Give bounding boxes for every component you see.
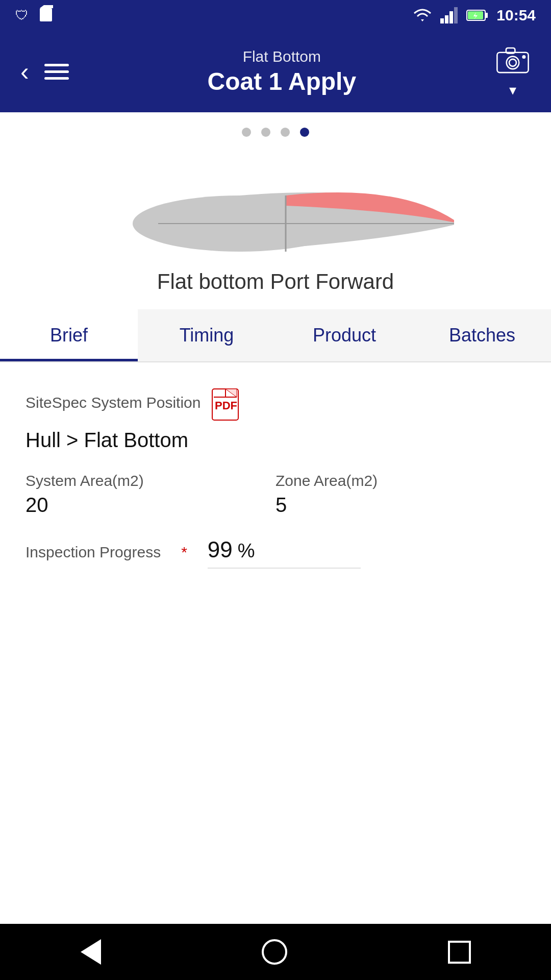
nav-home-button[interactable] [262, 939, 287, 965]
system-area-field: System Area(m2) 20 [26, 472, 276, 517]
header: ‹ Flat Bottom Coat 1 Apply ▾ [0, 31, 551, 112]
inspection-unit: % [238, 540, 255, 562]
svg-point-14 [522, 55, 525, 58]
wifi-icon [412, 7, 433, 23]
dot-3 [281, 128, 290, 137]
nav-back-button[interactable] [81, 939, 101, 965]
required-indicator: * [181, 544, 187, 561]
dot-1 [242, 128, 251, 137]
sitespec-value: Hull > Flat Bottom [26, 429, 525, 452]
time-display: 10:54 [496, 7, 536, 24]
svg-rect-2 [440, 18, 444, 23]
svg-point-11 [507, 56, 519, 69]
status-bar-left: 🛡 [15, 5, 53, 26]
back-button[interactable]: ‹ [20, 57, 29, 86]
ship-section-label: Flat bottom Port Forward [157, 270, 394, 294]
system-area-label: System Area(m2) [26, 472, 276, 489]
svg-rect-3 [445, 15, 448, 23]
dot-4 [300, 128, 309, 137]
inspection-field: Inspection Progress * 99 % [26, 537, 525, 569]
tab-batches[interactable]: Batches [413, 309, 551, 361]
header-subtitle: Flat Bottom [69, 48, 495, 65]
ship-diagram-area: Flat bottom Port Forward [0, 147, 551, 309]
status-bar: 🛡 10:54 [0, 0, 551, 31]
svg-marker-1 [40, 5, 53, 8]
svg-point-12 [509, 59, 516, 66]
area-fields-row: System Area(m2) 20 Zone Area(m2) 5 [26, 472, 525, 517]
battery-icon [466, 8, 489, 22]
zone-area-label: Zone Area(m2) [276, 472, 525, 489]
back-triangle-icon [81, 939, 101, 965]
sdcard-icon [39, 5, 53, 26]
dot-2 [261, 128, 270, 137]
tab-timing[interactable]: Timing [138, 309, 276, 361]
ship-diagram [97, 157, 454, 259]
pdf-icon[interactable]: PDF [211, 388, 239, 421]
nav-recents-button[interactable] [448, 941, 471, 964]
tab-product[interactable]: Product [276, 309, 413, 361]
header-right: ▾ [495, 45, 531, 99]
signal-icon [440, 7, 459, 23]
inspection-input[interactable]: 99 % [208, 537, 361, 569]
camera-button[interactable] [495, 45, 531, 78]
home-circle-icon [262, 939, 287, 965]
recents-square-icon [448, 941, 471, 964]
header-center: Flat Bottom Coat 1 Apply [69, 48, 495, 95]
svg-rect-0 [40, 8, 52, 21]
svg-rect-5 [454, 7, 458, 23]
zone-area-field: Zone Area(m2) 5 [276, 472, 525, 517]
sitespec-field: SiteSpec System Position PDF Hull > Flat… [26, 388, 525, 452]
sitespec-label-row: SiteSpec System Position PDF [26, 388, 525, 421]
zone-area-value: 5 [276, 494, 525, 517]
svg-rect-4 [449, 11, 453, 23]
header-left: ‹ [20, 57, 69, 86]
tab-brief[interactable]: Brief [0, 309, 138, 361]
dropdown-chevron[interactable]: ▾ [509, 82, 516, 99]
brief-content: SiteSpec System Position PDF Hull > Flat… [0, 362, 551, 924]
tab-bar: Brief Timing Product Batches [0, 309, 551, 362]
shield-icon: 🛡 [15, 8, 29, 23]
inspection-value: 99 [208, 537, 233, 562]
bottom-nav [0, 924, 551, 980]
sitespec-label: SiteSpec System Position [26, 394, 201, 411]
svg-text:PDF: PDF [215, 399, 237, 412]
svg-rect-7 [485, 13, 488, 18]
status-bar-right: 10:54 [412, 7, 536, 24]
inspection-label: Inspection Progress [26, 544, 161, 561]
menu-button[interactable] [44, 64, 69, 80]
page-indicators [0, 112, 551, 147]
system-area-value: 20 [26, 494, 276, 517]
header-title: Coat 1 Apply [69, 67, 495, 95]
